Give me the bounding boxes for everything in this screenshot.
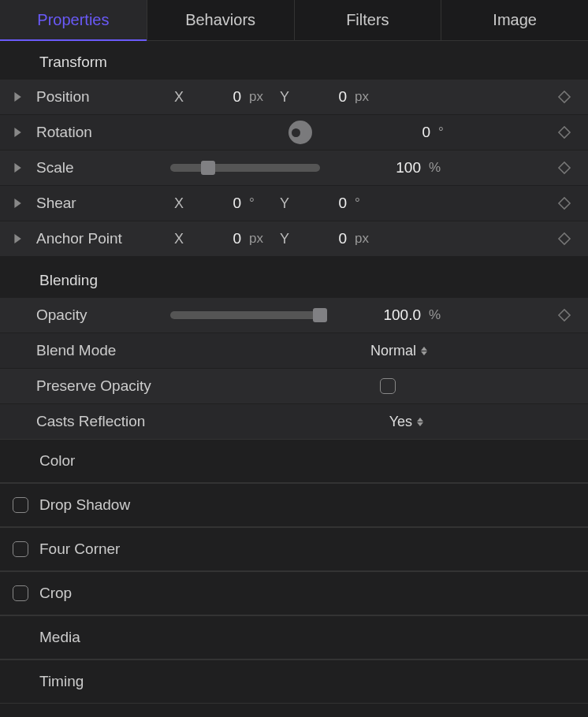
disclosure-shear[interactable] (13, 199, 36, 208)
tab-image[interactable]: Image (441, 0, 588, 41)
label-position: Position (36, 88, 170, 106)
opacity-slider-thumb[interactable] (313, 308, 327, 322)
svg-rect-5 (559, 162, 570, 173)
label-preserve-opacity: Preserve Opacity (36, 377, 194, 395)
four-corner-label: Four Corner (39, 541, 120, 558)
svg-rect-10 (559, 310, 570, 321)
anchor-x-label: X (170, 231, 188, 247)
preserve-opacity-checkbox[interactable] (380, 378, 396, 394)
row-opacity: Opacity 100.0 % (0, 297, 588, 332)
label-shear: Shear (36, 195, 170, 212)
svg-marker-0 (14, 92, 20, 102)
anchor-values: X 0 px Y 0 px (170, 230, 547, 247)
row-position: Position X 0 px Y 0 px (0, 79, 588, 114)
row-casts-reflection: Casts Reflection Yes (0, 403, 588, 439)
casts-reflection-value-area: Yes (194, 414, 547, 430)
keyframe-rotation[interactable] (547, 127, 582, 138)
shear-x-label: X (170, 195, 188, 212)
keyframe-icon (556, 160, 572, 176)
keyframe-icon (556, 89, 572, 105)
svg-marker-2 (14, 128, 20, 137)
opacity-slider[interactable] (170, 311, 320, 319)
position-y-value[interactable]: 0 (296, 88, 352, 106)
position-y-label: Y (276, 89, 293, 106)
keyframe-shear[interactable] (547, 198, 582, 209)
chevron-right-icon (13, 128, 22, 137)
scale-values: 100 % (170, 159, 547, 176)
shear-y-value[interactable]: 0 (296, 195, 352, 212)
blend-mode-value-area: Normal (170, 343, 547, 359)
disclosure-rotation[interactable] (13, 128, 36, 137)
shear-x-value[interactable]: 0 (191, 195, 246, 212)
tab-filters[interactable]: Filters (294, 0, 441, 41)
timing-label: Timing (39, 673, 84, 690)
casts-reflection-value: Yes (389, 414, 412, 430)
label-anchor: Anchor Point (36, 230, 170, 247)
rotation-unit: ° (438, 124, 462, 140)
casts-reflection-select[interactable]: Yes (389, 414, 425, 430)
rotation-dial[interactable] (288, 121, 312, 144)
section-color[interactable]: Color (0, 439, 588, 483)
svg-marker-8 (14, 234, 20, 243)
inspector-panel: Transform Position X 0 px Y 0 px Rotatio… (0, 41, 588, 704)
drop-shadow-label: Drop Shadow (39, 496, 130, 514)
anchor-x-unit: px (249, 231, 273, 247)
section-four-corner[interactable]: Four Corner (0, 527, 588, 571)
rotation-values: 0 ° (170, 121, 547, 144)
shear-y-label: Y (276, 195, 293, 212)
keyframe-icon (556, 195, 572, 211)
opacity-unit: % (429, 307, 452, 323)
label-casts-reflection: Casts Reflection (36, 413, 194, 430)
transform-header: Transform (0, 46, 588, 79)
anchor-y-value[interactable]: 0 (296, 230, 352, 247)
anchor-y-unit: px (355, 231, 378, 247)
svg-marker-4 (14, 163, 20, 173)
anchor-x-value[interactable]: 0 (191, 230, 246, 247)
row-rotation: Rotation 0 ° (0, 114, 588, 150)
svg-marker-6 (14, 199, 20, 208)
keyframe-anchor[interactable] (547, 233, 582, 244)
updown-icon (421, 347, 429, 355)
scale-slider[interactable] (170, 164, 320, 172)
keyframe-icon (556, 231, 572, 247)
blend-mode-value: Normal (370, 343, 416, 359)
keyframe-scale[interactable] (547, 162, 582, 173)
section-crop[interactable]: Crop (0, 571, 588, 615)
blend-mode-select[interactable]: Normal (370, 343, 429, 359)
chevron-right-icon (13, 234, 22, 243)
keyframe-position[interactable] (547, 91, 582, 102)
scale-slider-thumb[interactable] (201, 161, 215, 175)
row-scale: Scale 100 % (0, 150, 588, 185)
keyframe-icon (556, 124, 572, 140)
shear-y-unit: ° (355, 195, 378, 211)
drop-shadow-checkbox[interactable] (13, 497, 28, 513)
tab-bar: Properties Behaviors Filters Image (0, 0, 588, 41)
keyframe-opacity[interactable] (547, 310, 582, 321)
scale-unit: % (429, 160, 452, 176)
label-opacity: Opacity (36, 306, 170, 324)
anchor-y-label: Y (276, 231, 293, 247)
opacity-value[interactable]: 100.0 (331, 306, 426, 324)
label-blend-mode: Blend Mode (36, 342, 170, 359)
row-shear: Shear X 0 ° Y 0 ° (0, 185, 588, 221)
position-x-value[interactable]: 0 (191, 88, 246, 106)
tab-behaviors[interactable]: Behaviors (147, 0, 294, 41)
four-corner-checkbox[interactable] (13, 541, 28, 557)
opacity-values: 100.0 % (170, 306, 547, 324)
tab-properties[interactable]: Properties (0, 0, 147, 41)
section-timing[interactable]: Timing (0, 659, 588, 704)
disclosure-anchor[interactable] (13, 234, 36, 243)
chevron-right-icon (13, 92, 22, 102)
section-drop-shadow[interactable]: Drop Shadow (0, 483, 588, 527)
crop-checkbox[interactable] (13, 585, 28, 601)
scale-value[interactable]: 100 (331, 159, 426, 176)
shear-values: X 0 ° Y 0 ° (170, 195, 547, 212)
chevron-right-icon (13, 199, 22, 208)
svg-rect-1 (559, 91, 570, 102)
row-anchor: Anchor Point X 0 px Y 0 px (0, 221, 588, 256)
rotation-value[interactable]: 0 (323, 124, 435, 141)
disclosure-position[interactable] (13, 92, 36, 102)
section-media[interactable]: Media (0, 615, 588, 659)
shear-x-unit: ° (249, 195, 273, 211)
disclosure-scale[interactable] (13, 163, 36, 173)
